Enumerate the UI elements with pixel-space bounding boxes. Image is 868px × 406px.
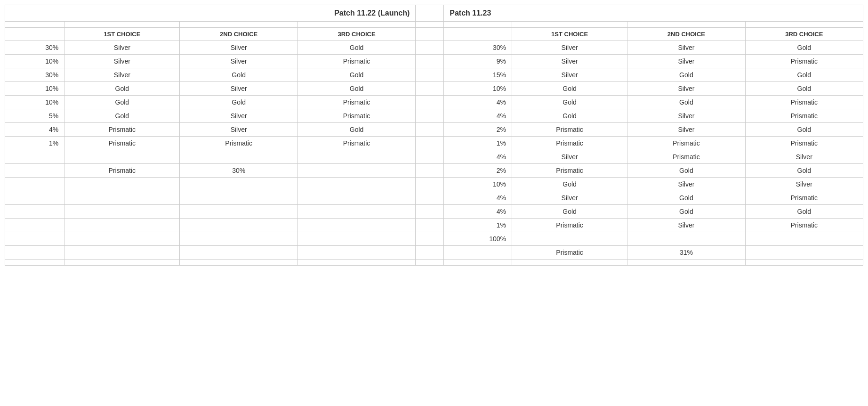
patch1-c1: Gold (64, 82, 180, 96)
patch2-c3: Prismatic (745, 55, 863, 68)
patch1-c1: Prismatic (64, 137, 180, 150)
data-table: Patch 11.22 (Launch) Patch 11.23 1ST CHO… (5, 5, 863, 266)
patch1-pct (5, 191, 64, 205)
main-container: Patch 11.22 (Launch) Patch 11.23 1ST CHO… (0, 0, 868, 406)
patch2-col3-header: 3RD CHOICE (745, 28, 863, 41)
patch1-pct (5, 232, 64, 246)
patch2-c3: Gold (745, 68, 863, 82)
patch2-pct: 9% (444, 55, 512, 68)
patch2-c1: Gold (512, 96, 627, 109)
patch2-pct: 4% (444, 205, 512, 219)
patch1-c2 (180, 178, 297, 191)
patch2-c2: Gold (627, 191, 745, 205)
patch1-c3 (297, 246, 415, 260)
patch1-c3: Prismatic (297, 96, 415, 109)
patch2-c1: Prismatic (512, 123, 627, 137)
patch1-c2: Silver (180, 109, 297, 123)
patch2-c2: Gold (627, 164, 745, 178)
patch1-c1 (64, 178, 180, 191)
patch2-pct: 15% (444, 68, 512, 82)
patch1-c2: Silver (180, 41, 297, 55)
patch2-c2: Silver (627, 219, 745, 232)
patch1-c2 (180, 246, 297, 260)
patch2-c3 (745, 246, 863, 260)
patch1-c1: Silver (64, 55, 180, 68)
patch1-c2: Gold (180, 96, 297, 109)
patch2-pct: 10% (444, 178, 512, 191)
patch1-c3: Gold (297, 41, 415, 55)
patch1-col2-header: 2ND CHOICE (180, 28, 297, 41)
patch1-pct (5, 178, 64, 191)
patch1-c3 (297, 260, 415, 266)
patch2-pct: 4% (444, 191, 512, 205)
patch2-c1: Silver (512, 191, 627, 205)
patch2-c3: Gold (745, 205, 863, 219)
patch1-pct (5, 246, 64, 260)
patch2-c2: Silver (627, 55, 745, 68)
patch1-pct: 4% (5, 123, 64, 137)
patch2-c2: Gold (627, 68, 745, 82)
patch2-pct: 1% (444, 219, 512, 232)
patch1-pct: 10% (5, 82, 64, 96)
patch2-header: Patch 11.23 (444, 5, 863, 22)
patch2-pct: 4% (444, 109, 512, 123)
table-row: 30% Silver Gold Gold 15% Silver Gold Gol… (5, 68, 863, 82)
patch1-c1: Silver (64, 68, 180, 82)
patch1-c2 (180, 191, 297, 205)
patch1-col1-header: 1ST CHOICE (64, 28, 180, 41)
patch1-c2: Silver (180, 55, 297, 68)
patch1-c1: Gold (64, 109, 180, 123)
table-row: 4% Gold Gold Gold (5, 205, 863, 219)
table-row: 30% Silver Silver Gold 30% Silver Silver… (5, 41, 863, 55)
patch2-pct: 100% (444, 232, 512, 246)
patch2-c1: Gold (512, 205, 627, 219)
patch2-col2-header: 2ND CHOICE (627, 28, 745, 41)
table-row: 100% (5, 232, 863, 246)
patch1-pct (5, 219, 64, 232)
patch1-c3 (297, 150, 415, 164)
patch2-c1: Gold (512, 178, 627, 191)
patch1-pct: 30% (5, 41, 64, 55)
patch2-c3 (745, 260, 863, 266)
patch2-c3: Prismatic (745, 191, 863, 205)
patch1-c1: Prismatic (64, 123, 180, 137)
patch1-c3: Gold (297, 68, 415, 82)
patch2-c3: Prismatic (745, 96, 863, 109)
patch2-pct: 2% (444, 123, 512, 137)
patch1-c3 (297, 232, 415, 246)
patch2-c2: Gold (627, 205, 745, 219)
table-row: 10% Gold Gold Prismatic 4% Gold Gold Pri… (5, 96, 863, 109)
patch1-pct: 30% (5, 68, 64, 82)
patch2-c2: Gold (627, 96, 745, 109)
patch1-c3: Gold (297, 123, 415, 137)
patch2-c3: Prismatic (745, 109, 863, 123)
patch1-pct: 5% (5, 109, 64, 123)
patch1-header: Patch 11.22 (Launch) (5, 5, 416, 22)
patch1-c3: Prismatic (297, 109, 415, 123)
patch1-c1 (64, 205, 180, 219)
patch2-c1: Prismatic (512, 219, 627, 232)
patch1-c3 (297, 164, 415, 178)
patch1-c2 (180, 205, 297, 219)
table-row: 4% Silver Prismatic Silver (5, 150, 863, 164)
patch1-c1 (64, 260, 180, 266)
patch1-c1: Gold (64, 96, 180, 109)
patch2-c2: Silver (627, 178, 745, 191)
patch2-c2: 31% (627, 246, 745, 260)
patch2-c1: Gold (512, 82, 627, 96)
patch2-c3: Silver (745, 178, 863, 191)
patch1-pct (5, 150, 64, 164)
patch1-c1: Prismatic (64, 164, 180, 178)
patch1-pct: 1% (5, 137, 64, 150)
patch1-c2 (180, 219, 297, 232)
patch2-c1 (512, 260, 627, 266)
table-row: 10% Silver Silver Prismatic 9% Silver Si… (5, 55, 863, 68)
patch1-c1 (64, 246, 180, 260)
patch2-c3: Gold (745, 41, 863, 55)
patch1-c2: Gold (180, 68, 297, 82)
patch2-c2: Prismatic (627, 137, 745, 150)
patch2-c1: Prismatic (512, 164, 627, 178)
patch2-c2: Silver (627, 41, 745, 55)
patch1-c1: Silver (64, 41, 180, 55)
patch1-col3-header: 3RD CHOICE (297, 28, 415, 41)
